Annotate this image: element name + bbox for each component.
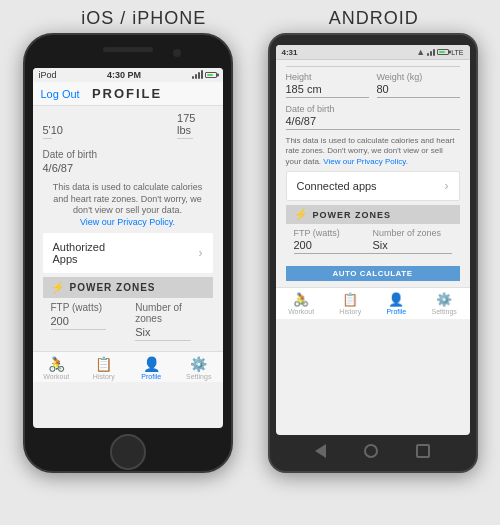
wifi-icon: ▲ [416, 47, 425, 57]
ios-tab-workout-label: Workout [43, 373, 69, 380]
battery-icon [205, 72, 217, 78]
ios-privacy-link[interactable]: View our Privacy Policy. [80, 217, 175, 227]
ios-tab-history-label: History [93, 373, 115, 380]
android-dob-label: Date of birth [286, 104, 460, 114]
ios-dob-label: Date of birth [43, 149, 213, 160]
bolt-icon: ⚡ [51, 281, 66, 294]
android-tab-profile-label: Profile [386, 308, 406, 315]
android-bottom-nav [276, 435, 470, 467]
android-tab-workout[interactable]: 🚴 Workout [288, 292, 314, 315]
android-statusbar: 4:31 ▲ LTE [276, 45, 470, 60]
android-bolt-icon: ⚡ [294, 208, 309, 221]
ios-status-right [192, 71, 217, 79]
ios-dob-value: 4/6/87 [43, 162, 213, 176]
android-weight-value: 80 [377, 83, 460, 98]
ios-statusbar: iPod 4:30 PM [33, 68, 223, 82]
iphone-speaker [103, 47, 153, 52]
connected-apps-label: Connected apps [297, 180, 377, 192]
android-home-button[interactable] [364, 444, 378, 458]
ios-zones-value: Six [135, 326, 190, 341]
authorized-apps-label: Authorized Apps [53, 241, 106, 265]
signal-icon [192, 71, 203, 79]
android-zones-value: Six [373, 239, 452, 254]
android-tabbar: 🚴 Workout 📋 History 👤 Profile ⚙️ Setting… [276, 287, 470, 319]
ios-tab-settings-label: Settings [186, 373, 211, 380]
ios-privacy-note: This data is used to calculate calories … [43, 182, 213, 229]
connected-apps-cell[interactable]: Connected apps › [286, 171, 460, 201]
android-ftp-value: 200 [294, 239, 373, 254]
android-tab-settings[interactable]: ⚙️ Settings [432, 292, 457, 315]
ios-weight-value: 175 lbs [177, 112, 193, 139]
android-status-time: 4:31 [282, 48, 298, 57]
android-tab-history-label: History [339, 308, 361, 315]
ios-dob-block: Date of birth 4/6/87 [43, 149, 213, 176]
connected-apps-chevron: › [445, 179, 449, 193]
android-network-label: LTE [451, 49, 463, 56]
ios-height-weight-row: 5'10 175 lbs [43, 112, 213, 145]
android-screen: 4:31 ▲ LTE [276, 45, 470, 435]
ios-tabbar: 🚴 Workout 📋 History 👤 Profile ⚙️ Setting… [33, 351, 223, 382]
ios-navbar: Log Out PROFILE [33, 82, 223, 106]
profile-icon: 👤 [143, 356, 160, 372]
android-ftp-row: FTP (watts) 200 Number of zones Six [286, 224, 460, 264]
android-workout-icon: 🚴 [293, 292, 309, 307]
android-divider [286, 66, 460, 67]
ios-status-left: iPod [39, 70, 57, 80]
ios-ftp-row: FTP (watts) 200 Number of zones Six [43, 298, 213, 345]
android-tab-workout-label: Workout [288, 308, 314, 315]
iphone-screen: iPod 4:30 PM [33, 68, 223, 428]
authorized-apps-cell[interactable]: Authorized Apps › [43, 233, 213, 273]
android-platform-label: ANDROID [329, 8, 419, 29]
ios-power-zones-header: ⚡ POWER ZONES [43, 277, 213, 298]
android-tab-profile[interactable]: 👤 Profile [386, 292, 406, 315]
android-battery-icon [437, 49, 449, 55]
ios-zones-label: Number of zones [135, 302, 204, 324]
iphone-home-button[interactable] [110, 434, 146, 470]
ios-profile-content: 5'10 175 lbs Date of birth 4/6/87 This d… [33, 106, 223, 351]
android-device: 4:31 ▲ LTE [268, 33, 478, 473]
authorized-apps-chevron: › [199, 246, 203, 260]
iphone-camera [173, 49, 181, 57]
android-tab-history[interactable]: 📋 History [339, 292, 361, 315]
android-tab-settings-label: Settings [432, 308, 457, 315]
ios-height-value: 5'10 [43, 124, 52, 139]
android-zones-label: Number of zones [373, 228, 452, 238]
ios-back-button[interactable]: Log Out [41, 88, 80, 100]
workout-icon: 🚴 [48, 356, 65, 372]
history-icon: 📋 [95, 356, 112, 372]
android-status-right: ▲ LTE [416, 47, 463, 57]
android-power-zones-header: ⚡ POWER ZONES [286, 205, 460, 224]
android-weight-label: Weight (kg) [377, 72, 460, 82]
ios-ftp-value: 200 [51, 315, 106, 330]
auto-calculate-button[interactable]: AUTO CALCULATE [286, 266, 460, 281]
android-height-weight-row: Height 185 cm Weight (kg) 80 [286, 72, 460, 104]
android-history-icon: 📋 [342, 292, 358, 307]
android-dob-value: 4/6/87 [286, 115, 460, 130]
android-privacy-link[interactable]: View our Privacy Policy. [323, 157, 408, 166]
android-profile-content: Height 185 cm Weight (kg) 80 Date of bir… [276, 60, 470, 287]
iphone-device: iPod 4:30 PM [23, 33, 233, 473]
ios-tab-settings[interactable]: ⚙️ Settings [175, 356, 223, 380]
android-height-label: Height [286, 72, 369, 82]
android-settings-icon: ⚙️ [436, 292, 452, 307]
ios-tab-profile[interactable]: 👤 Profile [128, 356, 176, 380]
android-signal-icon [427, 48, 435, 56]
android-profile-icon: 👤 [388, 292, 404, 307]
ios-tab-profile-label: Profile [141, 373, 161, 380]
ios-tab-workout[interactable]: 🚴 Workout [33, 356, 81, 380]
ios-status-center: 4:30 PM [107, 70, 141, 80]
android-privacy-note: This data is used to calculate calories … [286, 136, 460, 167]
android-height-value: 185 cm [286, 83, 369, 98]
settings-icon: ⚙️ [190, 356, 207, 372]
ios-ftp-label: FTP (watts) [51, 302, 120, 313]
ios-tab-history[interactable]: 📋 History [80, 356, 128, 380]
android-recents-button[interactable] [416, 444, 430, 458]
ios-platform-label: iOS / iPHONE [81, 8, 206, 29]
android-ftp-label: FTP (watts) [294, 228, 373, 238]
android-back-button[interactable] [315, 444, 326, 458]
ios-navbar-title: PROFILE [92, 86, 162, 101]
